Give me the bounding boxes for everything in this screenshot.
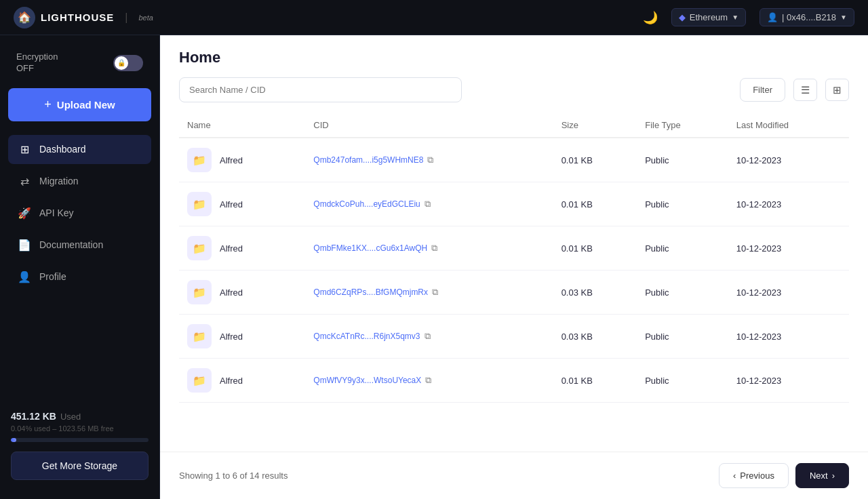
cid-value-4: QmcKcATnRc....R6jnX5qmv3 — [313, 332, 420, 341]
copy-icon-2[interactable]: ⧉ — [431, 243, 437, 254]
encryption-section: EncryptionOFF 🔒 — [8, 46, 151, 80]
file-name-2: Alfred — [220, 243, 243, 254]
col-last-modified: Last Modified — [728, 113, 849, 138]
nav-icon-dashboard: ⊞ — [18, 143, 31, 156]
main-content: Home Filter ☰ ⊞ NameCIDSizeFile TypeLast… — [160, 35, 868, 499]
sidebar-item-dashboard[interactable]: ⊞ Dashboard — [8, 135, 151, 164]
folder-icon-2: 📁 — [187, 236, 212, 260]
navbar: 🏠 LIGHTHOUSE | beta 🌙 ◆ Ethereum ▼ 👤 | 0… — [0, 0, 868, 35]
copy-icon-4[interactable]: ⧉ — [425, 331, 431, 342]
eth-diamond-icon: ◆ — [679, 12, 686, 22]
toggle-knob: 🔒 — [115, 56, 128, 70]
sidebar: EncryptionOFF 🔒 + Upload New ⊞ Dashboard… — [0, 35, 160, 499]
cid-value-3: Qmd6CZqRPs....BfGMQmjmRx — [313, 287, 428, 297]
name-cell-1: 📁 Alfred — [179, 182, 305, 226]
size-cell-5: 0.01 KB — [553, 359, 637, 403]
storage-used-value: 451.12 KB — [11, 411, 56, 422]
name-cell-0: 📁 Alfred — [179, 138, 305, 182]
logo-icon: 🏠 — [14, 7, 35, 28]
folder-icon-5: 📁 — [187, 368, 212, 393]
chevron-right-icon: › — [832, 471, 835, 481]
moon-icon[interactable]: 🌙 — [643, 10, 658, 25]
sidebar-item-api-key[interactable]: 🚀 API Key — [8, 199, 151, 228]
beta-badge: beta — [139, 14, 153, 22]
eth-selector[interactable]: ◆ Ethereum ▼ — [671, 8, 746, 26]
size-cell-1: 0.01 KB — [553, 182, 637, 226]
nav-label-dashboard: Dashboard — [39, 144, 86, 155]
file-name-5: Alfred — [220, 376, 243, 386]
next-label: Next — [810, 471, 828, 481]
name-cell-5: 📁 Alfred — [179, 359, 305, 403]
file-name-3: Alfred — [220, 287, 243, 298]
wallet-icon: 👤 — [767, 12, 778, 22]
cid-cell-4: QmcKcATnRc....R6jnX5qmv3 ⧉ — [305, 315, 553, 359]
upload-new-label: Upload New — [57, 99, 115, 111]
table-row: 📁 Alfred QmdckCoPuh....eyEdGCLEiu ⧉ 0.01… — [179, 182, 849, 226]
list-view-button[interactable]: ☰ — [793, 79, 817, 101]
nav-label-documentation: Documentation — [39, 239, 103, 250]
previous-button[interactable]: ‹ Previous — [719, 463, 789, 488]
chevron-left-icon: ‹ — [733, 471, 736, 481]
file-name-0: Alfred — [220, 155, 243, 165]
modified-cell-4: 10-12-2023 — [728, 315, 849, 359]
cid-value-0: Qmb247ofam....i5g5WHmNE8 — [313, 155, 423, 165]
copy-icon-1[interactable]: ⧉ — [425, 199, 431, 209]
filetype-cell-5: Public — [637, 359, 728, 403]
wallet-chevron-icon: ▼ — [840, 14, 847, 21]
name-cell-4: 📁 Alfred — [179, 315, 305, 359]
plus-icon: + — [44, 98, 52, 112]
storage-section: 451.12 KB Used 0.04% used – 1023.56 MB f… — [8, 403, 151, 488]
filter-button[interactable]: Filter — [740, 78, 785, 102]
filetype-cell-0: Public — [637, 138, 728, 182]
nav-icon-api-key: 🚀 — [18, 207, 31, 220]
encryption-label: EncryptionOFF — [16, 52, 58, 75]
navbar-right: 🌙 ◆ Ethereum ▼ 👤 | 0x46....B218 ▼ — [643, 8, 854, 26]
nav-label-profile: Profile — [39, 271, 66, 282]
modified-cell-1: 10-12-2023 — [728, 182, 849, 226]
copy-icon-3[interactable]: ⧉ — [432, 287, 438, 298]
storage-bar — [11, 438, 149, 442]
sidebar-item-profile[interactable]: 👤 Profile — [8, 262, 151, 292]
main-header: Home Filter ☰ ⊞ — [160, 35, 868, 113]
size-cell-3: 0.03 KB — [553, 271, 637, 315]
cid-cell-3: Qmd6CZqRPs....BfGMQmjmRx ⧉ — [305, 271, 553, 315]
cid-cell-2: QmbFMke1KX....cGu6x1AwQH ⧉ — [305, 226, 553, 271]
copy-icon-5[interactable]: ⧉ — [425, 375, 431, 386]
encryption-toggle[interactable]: 🔒 — [113, 55, 143, 71]
name-cell-2: 📁 Alfred — [179, 226, 305, 271]
nav-icon-documentation: 📄 — [18, 239, 31, 252]
wallet-info[interactable]: 👤 | 0x46....B218 ▼ — [760, 8, 854, 26]
sidebar-item-documentation[interactable]: 📄 Documentation — [8, 231, 151, 260]
grid-view-button[interactable]: ⊞ — [825, 79, 849, 101]
upload-new-button[interactable]: + Upload New — [8, 88, 151, 121]
folder-icon-3: 📁 — [187, 280, 212, 304]
table-row: 📁 Alfred QmbFMke1KX....cGu6x1AwQH ⧉ 0.01… — [179, 226, 849, 271]
nav-items: ⊞ Dashboard ⇄ Migration 🚀 API Key 📄 Docu… — [8, 135, 151, 294]
table-row: 📁 Alfred QmcKcATnRc....R6jnX5qmv3 ⧉ 0.03… — [179, 315, 849, 359]
col-size: Size — [553, 113, 637, 138]
next-button[interactable]: Next › — [795, 463, 849, 488]
sidebar-item-migration[interactable]: ⇄ Migration — [8, 167, 151, 196]
files-table: NameCIDSizeFile TypeLast Modified 📁 Alfr… — [179, 113, 849, 403]
size-cell-2: 0.01 KB — [553, 226, 637, 271]
cid-value-2: QmbFMke1KX....cGu6x1AwQH — [313, 243, 427, 253]
table-body: 📁 Alfred Qmb247ofam....i5g5WHmNE8 ⧉ 0.01… — [179, 138, 849, 403]
cid-cell-5: QmWfVY9y3x....WtsoUYecaX ⧉ — [305, 359, 553, 403]
cid-cell-1: QmdckCoPuh....eyEdGCLEiu ⧉ — [305, 182, 553, 226]
table-header: NameCIDSizeFile TypeLast Modified — [179, 113, 849, 138]
storage-detail: 0.04% used – 1023.56 MB free — [11, 424, 149, 433]
get-more-storage-button[interactable]: Get More Storage — [11, 452, 149, 480]
nav-label-migration: Migration — [39, 176, 79, 186]
cid-value-5: QmWfVY9y3x....WtsoUYecaX — [313, 376, 421, 385]
table-row: 📁 Alfred QmWfVY9y3x....WtsoUYecaX ⧉ 0.01… — [179, 359, 849, 403]
filetype-cell-4: Public — [637, 315, 728, 359]
logo-divider: | — [125, 12, 127, 24]
size-cell-0: 0.01 KB — [553, 138, 637, 182]
folder-icon-1: 📁 — [187, 192, 212, 216]
page-title: Home — [179, 49, 849, 66]
copy-icon-0[interactable]: ⧉ — [427, 155, 433, 165]
file-name-1: Alfred — [220, 199, 243, 209]
col-cid: CID — [305, 113, 553, 138]
search-input[interactable] — [179, 77, 462, 102]
modified-cell-5: 10-12-2023 — [728, 359, 849, 403]
